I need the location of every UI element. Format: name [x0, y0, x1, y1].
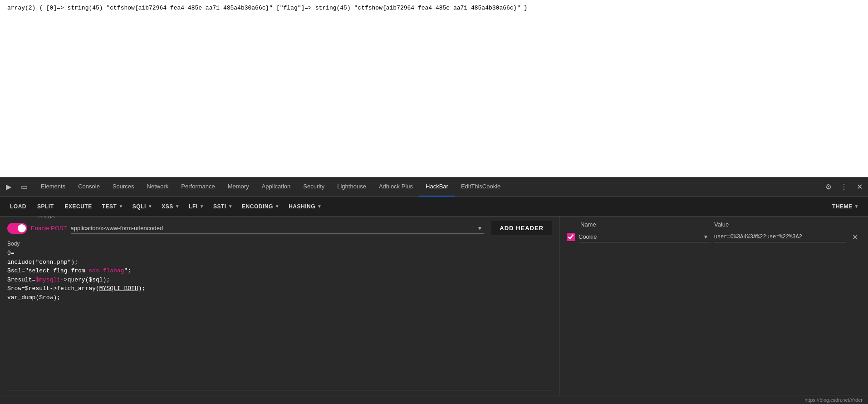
tab-hackbar[interactable]: HackBar	[419, 177, 455, 197]
code-line-3: $sql="select flag from sds_flabag";	[7, 266, 552, 276]
hashing-chevron-icon: ▼	[317, 204, 322, 209]
header-entry-cookie: Cookie ▼ ✕	[567, 232, 861, 242]
devtools-right-icons: ⚙ ⋮ ✕	[822, 180, 866, 194]
code-line-2: include("conn.php");	[7, 258, 552, 267]
hashing-dropdown[interactable]: HASHING ▼	[285, 201, 325, 212]
page-output: array(2) { [0]=> string(45) "ctfshow{a1b…	[7, 5, 528, 11]
value-column-label: Value	[714, 221, 843, 228]
hackbar-toolbar: LOAD SPLIT EXECUTE TEST ▼ SQLI ▼ XSS ▼ L…	[0, 197, 868, 217]
execute-button[interactable]: EXECUTE	[60, 201, 97, 212]
ssti-dropdown[interactable]: SSTI ▼	[210, 201, 236, 212]
code-line-1: 0=	[7, 249, 552, 258]
tab-console[interactable]: Console	[72, 177, 106, 197]
body-textarea[interactable]: 0= include("conn.php"); $sql="select fla…	[7, 249, 552, 390]
tab-lighthouse[interactable]: Lighthouse	[331, 177, 373, 197]
body-label: Body	[7, 241, 552, 247]
sqli-dropdown[interactable]: SQLI ▼	[129, 201, 156, 212]
sqli-chevron-icon: ▼	[148, 204, 152, 209]
status-url: https://blog.csdn.net/rfrder	[804, 397, 863, 403]
tab-elements[interactable]: Elements	[34, 177, 72, 197]
code-line-5: $row=$result->fetch_array(MYSQLI_BOTH);	[7, 284, 552, 293]
lfi-dropdown[interactable]: LFI ▼	[185, 201, 208, 212]
header-remove-button[interactable]: ✕	[849, 232, 861, 242]
more-icon[interactable]: ⋮	[837, 180, 851, 194]
theme-dropdown[interactable]: THEME ▼	[829, 201, 863, 212]
tab-security[interactable]: Security	[297, 177, 331, 197]
test-chevron-icon: ▼	[118, 204, 123, 209]
add-header-button[interactable]: ADD HEADER	[491, 221, 552, 235]
header-value-input[interactable]	[714, 232, 846, 242]
header-name-select-wrapper: Cookie ▼	[579, 232, 711, 242]
devtools-status-bar: https://blog.csdn.net/rfrder	[0, 395, 868, 404]
encoding-chevron-icon: ▼	[275, 204, 280, 209]
ssti-chevron-icon: ▼	[228, 204, 233, 209]
hackbar-right-panel: Name Value Cookie ▼ ✕	[559, 217, 868, 395]
hackbar-body: enctype Enable POST application/x-www-fo…	[0, 217, 868, 395]
header-name-select[interactable]: Cookie	[579, 232, 711, 242]
browser-content: array(2) { [0]=> string(45) "ctfshow{a1b…	[0, 0, 868, 177]
code-line-6: var_dump($row);	[7, 293, 552, 302]
devtools-tab-bar: ▶ ▭ Elements Console Sources Network Per…	[0, 177, 868, 197]
hackbar-left-panel: enctype Enable POST application/x-www-fo…	[0, 217, 559, 395]
tab-adblock-plus[interactable]: Adblock Plus	[373, 177, 419, 197]
code-line-4: $result=$mysqli->query($sql);	[7, 276, 552, 285]
theme-chevron-icon: ▼	[854, 204, 859, 209]
close-icon[interactable]: ✕	[853, 180, 866, 194]
device-icon[interactable]: ▭	[17, 180, 31, 194]
enctype-label: enctype	[38, 217, 56, 218]
enctype-select[interactable]: application/x-www-form-urlencoded	[71, 223, 485, 234]
xss-chevron-icon: ▼	[175, 204, 180, 209]
headers-label-row: Name Value	[567, 221, 861, 228]
devtools-icon-group: ▶ ▭	[2, 180, 31, 194]
tab-performance[interactable]: Performance	[175, 177, 221, 197]
tab-application[interactable]: Application	[255, 177, 297, 197]
enable-post-label: Enable POST	[31, 225, 67, 232]
encoding-dropdown[interactable]: ENCODING ▼	[238, 201, 283, 212]
test-dropdown[interactable]: TEST ▼	[98, 201, 127, 212]
name-column-label: Name	[580, 221, 709, 228]
settings-icon[interactable]: ⚙	[822, 180, 835, 194]
header-checkbox[interactable]	[567, 233, 575, 241]
enctype-select-wrapper: application/x-www-form-urlencoded ▼	[71, 223, 485, 234]
enable-post-toggle[interactable]	[7, 223, 27, 234]
load-button[interactable]: LOAD	[5, 201, 31, 212]
tab-editthiscookie[interactable]: EditThisCookie	[455, 177, 507, 197]
tab-sources[interactable]: Sources	[106, 177, 141, 197]
lfi-chevron-icon: ▼	[200, 204, 204, 209]
devtools-panel: ▶ ▭ Elements Console Sources Network Per…	[0, 177, 868, 404]
tab-network[interactable]: Network	[141, 177, 175, 197]
enable-post-row: enctype Enable POST application/x-www-fo…	[7, 221, 552, 235]
inspect-icon[interactable]: ▶	[2, 180, 15, 194]
tab-memory[interactable]: Memory	[221, 177, 255, 197]
xss-dropdown[interactable]: XSS ▼	[158, 201, 183, 212]
split-button[interactable]: SPLIT	[33, 201, 59, 212]
